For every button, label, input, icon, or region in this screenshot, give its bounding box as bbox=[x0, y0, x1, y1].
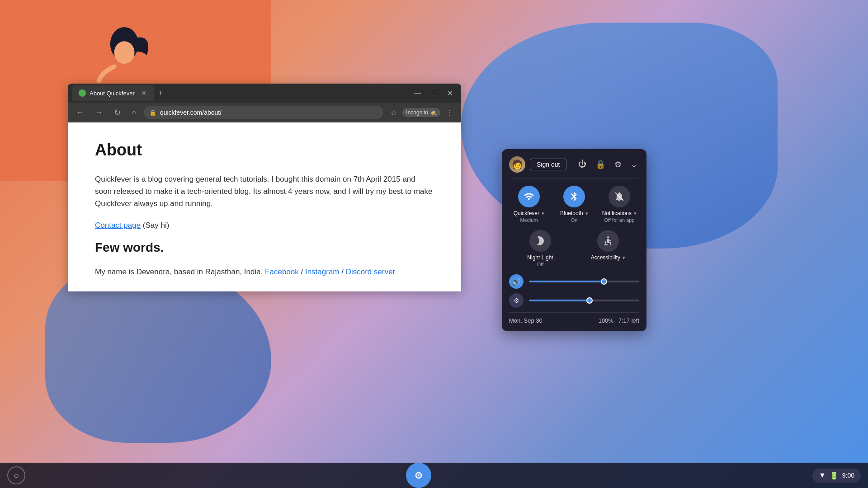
bookmark-button[interactable]: ☆ bbox=[387, 107, 401, 119]
battery-tray-icon: 🔋 bbox=[830, 471, 839, 480]
page-subheading: Few words. bbox=[95, 240, 434, 255]
slash2: / bbox=[340, 267, 346, 276]
bluetooth-label: Bluetooth ▾ bbox=[560, 210, 588, 216]
contact-link[interactable]: Contact page bbox=[95, 221, 141, 230]
expand-button[interactable]: ⌄ bbox=[629, 158, 639, 171]
notifications-label: Notifications ▾ bbox=[602, 210, 637, 216]
svg-point-3 bbox=[607, 236, 609, 238]
instagram-link[interactable]: Instagram bbox=[305, 267, 340, 276]
taskbar: ○ ▼ 🔋 9:00 bbox=[0, 463, 868, 488]
night-light-label: Night Light bbox=[527, 254, 553, 261]
home-button[interactable]: ⌂ bbox=[128, 106, 140, 119]
svg-point-6 bbox=[418, 474, 420, 476]
window-controls: — □ ✕ bbox=[410, 87, 457, 99]
wifi-label: Quickfever ▾ bbox=[514, 210, 545, 216]
user-avatar: 🧑 bbox=[509, 156, 525, 173]
slash1: / bbox=[299, 267, 305, 276]
browser-window: About Quickfever ✕ + — □ ✕ ← → ↻ ⌂ 🔒 qui… bbox=[68, 84, 461, 291]
wifi-sublabel: Medium bbox=[520, 217, 538, 223]
panel-footer: Mon, Sep 30 100% · 7:17 left bbox=[509, 312, 639, 324]
clock-display: 9:00 bbox=[842, 472, 854, 479]
system-tray[interactable]: ▼ 🔋 9:00 bbox=[812, 469, 861, 483]
volume-fill bbox=[529, 281, 604, 282]
accessibility-icon bbox=[597, 230, 619, 252]
brightness-thumb[interactable] bbox=[586, 297, 593, 304]
page-contact: Contact page (Say hi) bbox=[95, 219, 434, 231]
page-paragraph2: My name is Devendra, based in Rajasthan,… bbox=[95, 266, 434, 278]
accessibility-label: Accessibility ▾ bbox=[591, 254, 626, 261]
wifi-tray-icon: ▼ bbox=[819, 471, 826, 479]
bluetooth-sublabel: On bbox=[571, 217, 578, 223]
contact-suffix: (Say hi) bbox=[141, 221, 169, 230]
back-button[interactable]: ← bbox=[72, 106, 88, 119]
system-panel: 🧑 Sign out ⏻ 🔒 ⚙ ⌄ Quickfever ▾ Medium bbox=[502, 149, 646, 331]
browser-tab[interactable]: About Quickfever ✕ bbox=[72, 85, 154, 101]
launcher-button[interactable]: ○ bbox=[7, 466, 25, 484]
volume-track[interactable] bbox=[529, 281, 639, 282]
incognito-label: Incognito bbox=[406, 109, 428, 116]
incognito-badge: Incognito 🕵 bbox=[402, 108, 440, 117]
incognito-icon: 🕵 bbox=[430, 109, 437, 116]
accessibility-tile[interactable]: Accessibility ▾ bbox=[577, 230, 639, 267]
tab-close-button[interactable]: ✕ bbox=[140, 89, 147, 98]
sign-out-button[interactable]: Sign out bbox=[530, 159, 566, 170]
night-light-sublabel: Off bbox=[537, 262, 543, 267]
notifications-sublabel: Off for an app bbox=[604, 217, 634, 223]
settings-button[interactable]: ⚙ bbox=[613, 158, 623, 171]
volume-slider-row: 🔊 bbox=[509, 274, 639, 289]
brightness-slider-row: ⚙ bbox=[509, 293, 639, 308]
brightness-track[interactable] bbox=[529, 300, 639, 301]
tab-title: About Quickfever bbox=[90, 90, 137, 97]
taskbar-center bbox=[25, 463, 812, 488]
quick-settings-grid: Quickfever ▾ Medium Bluetooth ▾ On bbox=[509, 186, 639, 223]
battery-display: 100% · 7:17 left bbox=[599, 317, 639, 324]
facebook-link[interactable]: Facebook bbox=[265, 267, 299, 276]
close-button[interactable]: ✕ bbox=[443, 87, 457, 99]
new-tab-button[interactable]: + bbox=[158, 89, 163, 98]
lock-icon: 🔒 bbox=[149, 109, 156, 116]
desktop: About Quickfever ✕ + — □ ✕ ← → ↻ ⌂ 🔒 qui… bbox=[0, 0, 868, 488]
browser-titlebar: About Quickfever ✕ + — □ ✕ bbox=[68, 84, 461, 103]
volume-icon: 🔊 bbox=[509, 274, 524, 289]
wifi-tile[interactable]: Quickfever ▾ Medium bbox=[509, 186, 549, 223]
minimize-button[interactable]: — bbox=[410, 87, 425, 99]
volume-thumb[interactable] bbox=[601, 278, 607, 285]
night-light-icon bbox=[529, 230, 551, 252]
date-display: Mon, Sep 30 bbox=[509, 317, 542, 324]
svg-point-1 bbox=[114, 41, 135, 64]
night-light-tile[interactable]: Night Light Off bbox=[509, 230, 571, 267]
bluetooth-tile[interactable]: Bluetooth ▾ On bbox=[554, 186, 594, 223]
brightness-fill bbox=[529, 300, 590, 301]
taskbar-right: ▼ 🔋 9:00 bbox=[812, 469, 861, 483]
search-button[interactable] bbox=[406, 463, 431, 488]
paragraph2-prefix: My name is Devendra, based in Rajasthan,… bbox=[95, 267, 265, 276]
wifi-icon bbox=[518, 186, 540, 207]
refresh-button[interactable]: ↻ bbox=[110, 106, 124, 119]
notifications-icon bbox=[609, 186, 630, 207]
lock-button[interactable]: 🔒 bbox=[594, 158, 607, 171]
more-button[interactable]: ⋮ bbox=[442, 107, 457, 119]
quick-settings-grid2: Night Light Off Accessibility ▾ bbox=[509, 230, 639, 267]
notifications-tile[interactable]: Notifications ▾ Off for an app bbox=[599, 186, 639, 223]
page-paragraph1: Quickfever is a blog covering general te… bbox=[95, 173, 434, 210]
tab-favicon bbox=[79, 89, 86, 97]
browser-content: About Quickfever is a blog covering gene… bbox=[68, 122, 461, 291]
launcher-icon: ○ bbox=[14, 470, 19, 481]
forward-button[interactable]: → bbox=[91, 106, 107, 119]
brightness-icon: ⚙ bbox=[509, 293, 524, 308]
page-heading: About bbox=[95, 141, 434, 160]
url-text: quickfever.com/about/ bbox=[160, 109, 222, 116]
discord-link[interactable]: Discord server bbox=[346, 267, 396, 276]
panel-header: 🧑 Sign out ⏻ 🔒 ⚙ ⌄ bbox=[509, 156, 639, 178]
maximize-button[interactable]: □ bbox=[428, 87, 440, 99]
avatar-image: 🧑 bbox=[512, 159, 523, 170]
power-button[interactable]: ⏻ bbox=[576, 158, 588, 171]
toolbar-actions: ☆ Incognito 🕵 ⋮ bbox=[387, 107, 457, 119]
browser-toolbar: ← → ↻ ⌂ 🔒 quickfever.com/about/ ☆ Incogn… bbox=[68, 103, 461, 122]
address-bar[interactable]: 🔒 quickfever.com/about/ bbox=[144, 106, 383, 119]
panel-header-actions: ⏻ 🔒 ⚙ ⌄ bbox=[576, 158, 639, 171]
bluetooth-icon bbox=[563, 186, 585, 207]
